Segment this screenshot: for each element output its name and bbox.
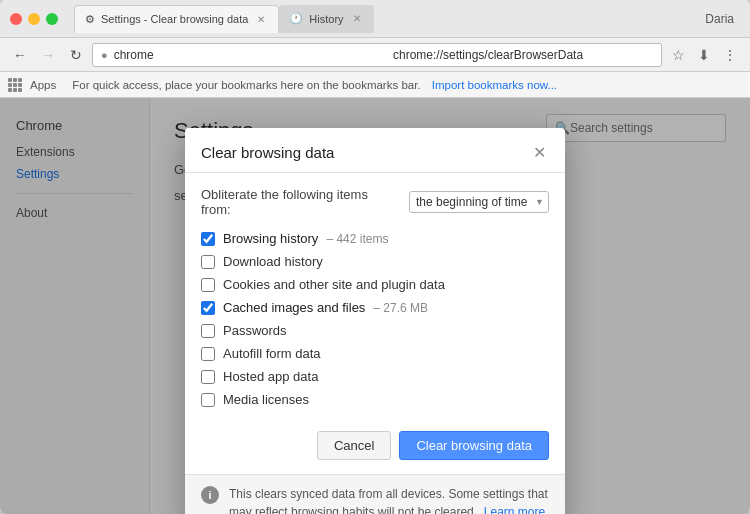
obliterate-label: Obliterate the following items from: bbox=[201, 187, 401, 217]
cache-note: – 27.6 MB bbox=[373, 301, 428, 315]
checkbox-browsing-history[interactable]: Browsing history – 442 items bbox=[201, 231, 549, 246]
checkbox-cookies-input[interactable] bbox=[201, 278, 215, 292]
history-tab-close[interactable]: ✕ bbox=[350, 12, 364, 26]
checkbox-cache-input[interactable] bbox=[201, 301, 215, 315]
import-bookmarks-link[interactable]: Import bookmarks now... bbox=[432, 79, 557, 91]
checkbox-cache[interactable]: Cached images and files – 27.6 MB bbox=[201, 300, 549, 315]
apps-grid-icon bbox=[8, 78, 22, 92]
menu-button[interactable]: ⋮ bbox=[718, 43, 742, 67]
forward-button[interactable]: → bbox=[36, 43, 60, 67]
dialog-info: i This clears synced data from all devic… bbox=[185, 474, 565, 514]
person-button[interactable]: ⬇ bbox=[692, 43, 716, 67]
checkbox-media-licenses[interactable]: Media licenses bbox=[201, 392, 549, 407]
time-range-select[interactable]: the beginning of time the past hour the … bbox=[409, 191, 549, 213]
info-text-container: This clears synced data from all devices… bbox=[229, 485, 549, 514]
checkbox-hosted-app-label: Hosted app data bbox=[223, 369, 318, 384]
apps-label[interactable]: Apps bbox=[30, 79, 56, 91]
checkbox-list: Browsing history – 442 items Download hi… bbox=[201, 231, 549, 407]
cancel-button[interactable]: Cancel bbox=[317, 431, 391, 460]
learn-more-link[interactable]: Learn more bbox=[484, 505, 545, 514]
nav-actions: ☆ ⬇ ⋮ bbox=[666, 43, 742, 67]
dialog-close-button[interactable]: ✕ bbox=[529, 142, 549, 162]
history-tab-icon: 🕐 bbox=[289, 12, 303, 25]
dialog-overlay: Clear browsing data ✕ Obliterate the fol… bbox=[0, 98, 750, 514]
checkbox-browsing-history-label: Browsing history bbox=[223, 231, 318, 246]
address-bar[interactable]: ● chrome chrome://settings/clearBrowserD… bbox=[92, 43, 662, 67]
checkbox-autofill[interactable]: Autofill form data bbox=[201, 346, 549, 361]
chrome-icon: ● bbox=[101, 49, 108, 61]
minimize-button[interactable] bbox=[28, 13, 40, 25]
nav-bar: ← → ↻ ● chrome chrome://settings/clearBr… bbox=[0, 38, 750, 72]
checkbox-download-history[interactable]: Download history bbox=[201, 254, 549, 269]
checkbox-media-licenses-input[interactable] bbox=[201, 393, 215, 407]
checkbox-media-licenses-label: Media licenses bbox=[223, 392, 309, 407]
checkbox-download-history-label: Download history bbox=[223, 254, 323, 269]
reload-button[interactable]: ↻ bbox=[64, 43, 88, 67]
checkbox-cache-label: Cached images and files bbox=[223, 300, 365, 315]
settings-tab-icon: ⚙ bbox=[85, 13, 95, 26]
dialog-body: Obliterate the following items from: the… bbox=[185, 173, 565, 421]
tab-history[interactable]: 🕐 History ✕ bbox=[279, 5, 373, 33]
checkbox-passwords-input[interactable] bbox=[201, 324, 215, 338]
main-content: Chrome Extensions Settings About Setting… bbox=[0, 98, 750, 514]
tab-bar: ⚙ Settings - Clear browsing data ✕ 🕐 His… bbox=[74, 5, 705, 33]
user-name: Daria bbox=[705, 12, 740, 26]
checkbox-download-history-input[interactable] bbox=[201, 255, 215, 269]
checkbox-passwords[interactable]: Passwords bbox=[201, 323, 549, 338]
checkbox-hosted-app-input[interactable] bbox=[201, 370, 215, 384]
address-scheme: chrome bbox=[114, 48, 381, 62]
close-button[interactable] bbox=[10, 13, 22, 25]
checkbox-hosted-app[interactable]: Hosted app data bbox=[201, 369, 549, 384]
checkbox-cookies[interactable]: Cookies and other site and plugin data bbox=[201, 277, 549, 292]
info-icon: i bbox=[201, 486, 219, 504]
checkbox-autofill-input[interactable] bbox=[201, 347, 215, 361]
back-button[interactable]: ← bbox=[8, 43, 32, 67]
settings-tab-label: Settings - Clear browsing data bbox=[101, 13, 248, 25]
checkbox-browsing-history-input[interactable] bbox=[201, 232, 215, 246]
browser-window: ⚙ Settings - Clear browsing data ✕ 🕐 His… bbox=[0, 0, 750, 514]
maximize-button[interactable] bbox=[46, 13, 58, 25]
checkbox-passwords-label: Passwords bbox=[223, 323, 287, 338]
tab-settings[interactable]: ⚙ Settings - Clear browsing data ✕ bbox=[74, 5, 279, 33]
checkbox-cookies-label: Cookies and other site and plugin data bbox=[223, 277, 445, 292]
obliterate-row: Obliterate the following items from: the… bbox=[201, 187, 549, 217]
bookmarks-message: For quick access, place your bookmarks h… bbox=[72, 79, 420, 91]
history-tab-label: History bbox=[309, 13, 343, 25]
browsing-history-note: – 442 items bbox=[326, 232, 388, 246]
clear-browsing-data-button[interactable]: Clear browsing data bbox=[399, 431, 549, 460]
clear-browsing-data-dialog: Clear browsing data ✕ Obliterate the fol… bbox=[185, 128, 565, 514]
checkbox-autofill-label: Autofill form data bbox=[223, 346, 321, 361]
title-bar: ⚙ Settings - Clear browsing data ✕ 🕐 His… bbox=[0, 0, 750, 38]
bookmark-button[interactable]: ☆ bbox=[666, 43, 690, 67]
settings-tab-close[interactable]: ✕ bbox=[254, 12, 268, 26]
dialog-title: Clear browsing data bbox=[201, 144, 334, 161]
address-url: chrome://settings/clearBrowserData bbox=[386, 48, 653, 62]
dialog-header: Clear browsing data ✕ bbox=[185, 128, 565, 173]
window-controls bbox=[10, 13, 58, 25]
dialog-footer: Cancel Clear browsing data bbox=[185, 421, 565, 474]
bookmarks-bar: Apps For quick access, place your bookma… bbox=[0, 72, 750, 98]
time-select-wrapper: the beginning of time the past hour the … bbox=[409, 191, 549, 213]
